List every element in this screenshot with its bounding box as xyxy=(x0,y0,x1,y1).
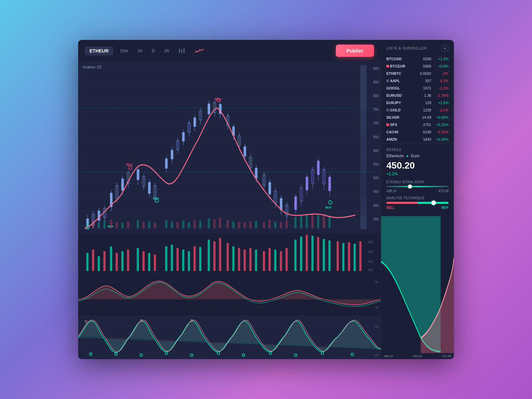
watchlist-item-btcusd[interactable]: BTCUSD6200+1.2% xyxy=(381,55,454,63)
svg-rect-203 xyxy=(359,241,362,271)
line-chart-btn[interactable] xyxy=(192,47,206,55)
watchlist-item-aapl[interactable]: AAPL207-4.2% xyxy=(381,77,454,84)
watch-change: -0.15% xyxy=(431,130,449,134)
watch-flag xyxy=(386,123,389,126)
analyse-label: ANALYSE TECHNIQUE xyxy=(386,196,449,200)
svg-rect-24 xyxy=(86,218,89,226)
analyse-track[interactable] xyxy=(386,202,449,204)
watch-symbol-btceur: BTCEUR xyxy=(386,64,406,68)
svg-rect-78 xyxy=(244,146,246,156)
svg-rect-131 xyxy=(232,221,235,228)
candlestick-chart-btn[interactable] xyxy=(176,47,188,55)
svg-rect-185 xyxy=(249,248,252,271)
watch-symbol-aapl: AAPL xyxy=(386,79,406,83)
svg-rect-132 xyxy=(238,222,240,228)
mini-bottom-labels: 438.14 450.20 472.08 xyxy=(381,353,454,359)
symbol-badge[interactable]: ETHEUR xyxy=(85,46,113,56)
analyse-thumb[interactable] xyxy=(431,200,436,205)
svg-rect-194 xyxy=(306,235,308,271)
svg-rect-195 xyxy=(311,236,314,271)
timeframe-15m[interactable]: 15m xyxy=(117,47,131,55)
watch-symbol-googl: GOOGL xyxy=(386,86,406,90)
svg-rect-112 xyxy=(110,220,112,228)
watchlist-item-btceur[interactable]: BTCEUR5900+0.8% xyxy=(381,63,454,70)
svg-rect-55 xyxy=(177,141,179,150)
watchlist-item-eurjpy[interactable]: EURJPY129+1.5% xyxy=(381,99,454,106)
svg-rect-26 xyxy=(92,214,95,225)
publish-button[interactable]: Publier xyxy=(336,45,374,57)
svg-rect-90 xyxy=(280,198,283,210)
svg-rect-126 xyxy=(199,221,201,229)
watch-flag xyxy=(386,79,389,82)
watchlist-item-ethbtc[interactable]: ETHBTC0.0032-2% xyxy=(381,70,454,77)
svg-rect-147 xyxy=(329,216,331,228)
svg-rect-183 xyxy=(238,248,240,271)
svg-rect-170 xyxy=(154,254,156,271)
svg-rect-76 xyxy=(238,136,241,146)
watchlist-item-googl[interactable]: GOOGL1071-1.1% xyxy=(381,84,454,92)
svg-rect-145 xyxy=(317,215,320,228)
svg-rect-94 xyxy=(294,197,297,210)
svg-rect-157 xyxy=(360,197,366,215)
watchlist-item-silver[interactable]: SILVER14.69+0.05% xyxy=(381,114,454,121)
svg-rect-109 xyxy=(92,220,94,228)
svg-rect-48 xyxy=(154,186,157,199)
watch-symbol-gold: GOLD xyxy=(386,108,406,112)
svg-rect-186 xyxy=(255,250,257,271)
svg-rect-198 xyxy=(329,240,331,271)
svg-text:SELL: SELL xyxy=(126,163,133,167)
svg-rect-133 xyxy=(244,222,246,228)
y-label-500: 500 xyxy=(373,176,379,180)
svg-rect-42 xyxy=(137,169,139,180)
top-bar: ETHEUR 15m 1h D 2h Publier xyxy=(78,40,381,62)
svg-rect-142 xyxy=(300,216,302,229)
y-label-650: 650 xyxy=(373,135,379,139)
timeframe-2h[interactable]: 2h xyxy=(162,47,172,55)
svg-rect-37 xyxy=(121,179,124,191)
svg-rect-119 xyxy=(154,223,156,228)
svg-rect-122 xyxy=(177,222,179,228)
svg-rect-162 xyxy=(103,251,106,271)
watch-symbol-ethbtc: ETHBTC xyxy=(386,71,406,75)
svg-rect-156 xyxy=(360,172,366,197)
svg-point-107 xyxy=(329,200,332,204)
timeframe-d[interactable]: D xyxy=(149,47,157,55)
svg-rect-74 xyxy=(232,126,235,136)
right-panel: LISTE À SURVEILLER + BTCUSD6200+1.2%BTCE… xyxy=(381,40,454,359)
watch-price: 14.69 xyxy=(406,115,431,119)
svg-rect-30 xyxy=(103,208,106,217)
watch-change: -2.1% xyxy=(431,108,449,112)
svg-text:20: 20 xyxy=(375,306,378,309)
y-label-450: 450 xyxy=(373,190,379,194)
svg-rect-28 xyxy=(98,210,100,220)
y-label-750: 750 xyxy=(373,108,379,111)
svg-rect-44 xyxy=(142,176,145,186)
svg-rect-176 xyxy=(194,246,196,271)
range-min: 438.14 xyxy=(386,189,397,193)
watchlist-item-spx[interactable]: SPX2751+0.25% xyxy=(381,121,454,128)
svg-rect-111 xyxy=(103,221,106,228)
y-label-800: 800 xyxy=(373,94,379,98)
svg-rect-127 xyxy=(208,218,210,228)
watchlist-item-amzn[interactable]: AMZN1643+0.26% xyxy=(381,136,454,143)
add-watchlist-button[interactable]: + xyxy=(441,45,449,52)
details-pair: Ethereum ● Euro xyxy=(386,154,449,158)
range-track[interactable] xyxy=(386,186,449,187)
svg-rect-6 xyxy=(184,49,185,53)
svg-rect-118 xyxy=(148,221,150,228)
details-title: DÉTAILS xyxy=(386,148,449,152)
svg-rect-160 xyxy=(92,250,94,271)
svg-rect-179 xyxy=(213,241,216,271)
watch-change: -1.78% xyxy=(431,93,449,97)
range-thumb[interactable] xyxy=(408,185,412,189)
svg-text:200: 200 xyxy=(368,260,373,263)
analyse-values: SELL BUY xyxy=(386,206,449,209)
timeframe-1h[interactable]: 1h xyxy=(135,47,145,55)
watchlist-item-gold[interactable]: GOLD1228-2.1% xyxy=(381,106,454,114)
svg-rect-69 xyxy=(219,104,222,114)
watchlist-item-eurusd[interactable]: EURUSD1.36-1.78% xyxy=(381,92,454,99)
svg-rect-125 xyxy=(194,220,196,228)
main-chart: Kraken 1D xyxy=(78,62,381,233)
range-label: ÉTENDU INTRA-JOUR xyxy=(386,180,449,184)
watchlist-item-cac40[interactable]: CAC405190-0.15% xyxy=(381,128,454,136)
